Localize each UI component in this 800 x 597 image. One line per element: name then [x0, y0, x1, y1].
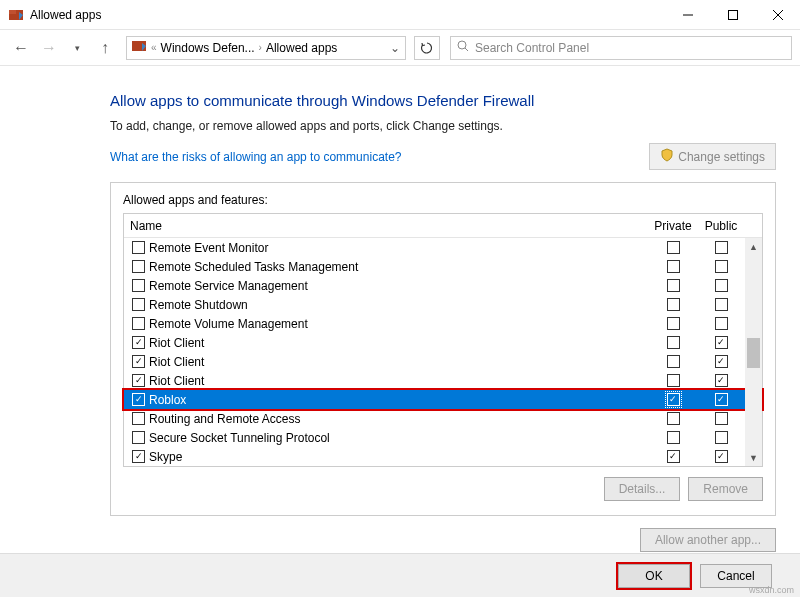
- public-checkbox[interactable]: [715, 279, 728, 292]
- chevron-icon: ›: [259, 42, 262, 53]
- app-checkbox[interactable]: [132, 298, 145, 311]
- remove-button[interactable]: Remove: [688, 477, 763, 501]
- svg-line-8: [465, 48, 468, 51]
- app-label: Riot Client: [149, 374, 649, 388]
- breadcrumb[interactable]: « Windows Defen... › Allowed apps ⌄: [126, 36, 406, 60]
- public-checkbox[interactable]: [715, 431, 728, 444]
- app-checkbox[interactable]: [132, 260, 145, 273]
- chevron-icon: «: [151, 42, 157, 53]
- private-checkbox[interactable]: [667, 431, 680, 444]
- private-checkbox[interactable]: [667, 298, 680, 311]
- list-body: Remote Event MonitorRemote Scheduled Tas…: [124, 238, 762, 466]
- change-settings-button[interactable]: Change settings: [649, 143, 776, 170]
- app-label: Skype: [149, 450, 649, 464]
- col-public[interactable]: Public: [697, 219, 745, 233]
- private-checkbox[interactable]: [667, 412, 680, 425]
- cancel-button[interactable]: Cancel: [700, 564, 772, 588]
- private-checkbox[interactable]: [667, 260, 680, 273]
- search-input[interactable]: Search Control Panel: [450, 36, 792, 60]
- private-checkbox[interactable]: [667, 317, 680, 330]
- back-button[interactable]: ←: [8, 35, 34, 61]
- app-checkbox[interactable]: [132, 336, 145, 349]
- public-checkbox[interactable]: [715, 241, 728, 254]
- list-item[interactable]: Routing and Remote Access: [124, 409, 762, 428]
- public-checkbox[interactable]: [715, 393, 728, 406]
- private-checkbox[interactable]: [667, 355, 680, 368]
- app-checkbox[interactable]: [132, 241, 145, 254]
- app-label: Remote Event Monitor: [149, 241, 649, 255]
- col-private[interactable]: Private: [649, 219, 697, 233]
- page-subtitle: To add, change, or remove allowed apps a…: [110, 119, 776, 133]
- list-item[interactable]: Riot Client: [124, 371, 762, 390]
- app-label: Remote Volume Management: [149, 317, 649, 331]
- list-header: Name Private Public: [124, 214, 762, 238]
- allow-another-app-button[interactable]: Allow another app...: [640, 528, 776, 552]
- firewall-icon: [131, 38, 147, 57]
- list-item[interactable]: Secure Socket Tunneling Protocol: [124, 428, 762, 447]
- maximize-button[interactable]: [710, 0, 755, 30]
- search-icon: [457, 40, 469, 55]
- app-label: Routing and Remote Access: [149, 412, 649, 426]
- public-checkbox[interactable]: [715, 298, 728, 311]
- app-label: Roblox: [149, 393, 649, 407]
- list-item[interactable]: Riot Client: [124, 352, 762, 371]
- firewall-icon: [8, 7, 24, 23]
- list-item[interactable]: Remote Volume Management: [124, 314, 762, 333]
- refresh-button[interactable]: [414, 36, 440, 60]
- list-item[interactable]: Skype: [124, 447, 762, 466]
- close-button[interactable]: [755, 0, 800, 30]
- scroll-thumb[interactable]: [747, 338, 760, 368]
- app-checkbox[interactable]: [132, 374, 145, 387]
- public-checkbox[interactable]: [715, 260, 728, 273]
- list-item[interactable]: Riot Client: [124, 333, 762, 352]
- app-label: Secure Socket Tunneling Protocol: [149, 431, 649, 445]
- scroll-down-icon[interactable]: ▼: [745, 449, 762, 466]
- svg-point-7: [458, 41, 466, 49]
- list-item[interactable]: Remote Shutdown: [124, 295, 762, 314]
- breadcrumb-seg[interactable]: Allowed apps: [266, 41, 337, 55]
- app-checkbox[interactable]: [132, 355, 145, 368]
- content: Allow apps to communicate through Window…: [0, 66, 800, 552]
- details-button[interactable]: Details...: [604, 477, 681, 501]
- public-checkbox[interactable]: [715, 412, 728, 425]
- list-item[interactable]: Remote Scheduled Tasks Management: [124, 257, 762, 276]
- private-checkbox[interactable]: [667, 336, 680, 349]
- app-checkbox[interactable]: [132, 431, 145, 444]
- app-checkbox[interactable]: [132, 412, 145, 425]
- up-button[interactable]: ↑: [92, 35, 118, 61]
- list-item[interactable]: Remote Event Monitor: [124, 238, 762, 257]
- app-checkbox[interactable]: [132, 393, 145, 406]
- minimize-button[interactable]: [665, 0, 710, 30]
- app-checkbox[interactable]: [132, 450, 145, 463]
- risks-link[interactable]: What are the risks of allowing an app to…: [110, 150, 401, 164]
- scrollbar[interactable]: ▲ ▼: [745, 238, 762, 466]
- public-checkbox[interactable]: [715, 374, 728, 387]
- forward-button[interactable]: →: [36, 35, 62, 61]
- navbar: ← → ▾ ↑ « Windows Defen... › Allowed app…: [0, 30, 800, 66]
- private-checkbox[interactable]: [667, 279, 680, 292]
- search-placeholder: Search Control Panel: [475, 41, 589, 55]
- app-label: Riot Client: [149, 336, 649, 350]
- breadcrumb-dropdown[interactable]: ⌄: [385, 41, 405, 55]
- public-checkbox[interactable]: [715, 450, 728, 463]
- app-checkbox[interactable]: [132, 317, 145, 330]
- apps-list[interactable]: Name Private Public Remote Event Monitor…: [123, 213, 763, 467]
- scroll-up-icon[interactable]: ▲: [745, 238, 762, 255]
- private-checkbox[interactable]: [667, 393, 680, 406]
- private-checkbox[interactable]: [667, 241, 680, 254]
- svg-rect-1: [9, 10, 16, 14]
- list-item[interactable]: Roblox: [124, 390, 762, 409]
- private-checkbox[interactable]: [667, 450, 680, 463]
- breadcrumb-seg[interactable]: Windows Defen...: [161, 41, 255, 55]
- col-name[interactable]: Name: [124, 219, 649, 233]
- recent-dropdown[interactable]: ▾: [64, 35, 90, 61]
- app-label: Remote Scheduled Tasks Management: [149, 260, 649, 274]
- app-checkbox[interactable]: [132, 279, 145, 292]
- public-checkbox[interactable]: [715, 336, 728, 349]
- public-checkbox[interactable]: [715, 317, 728, 330]
- list-item[interactable]: Remote Service Management: [124, 276, 762, 295]
- public-checkbox[interactable]: [715, 355, 728, 368]
- ok-button[interactable]: OK: [618, 564, 690, 588]
- app-label: Remote Service Management: [149, 279, 649, 293]
- private-checkbox[interactable]: [667, 374, 680, 387]
